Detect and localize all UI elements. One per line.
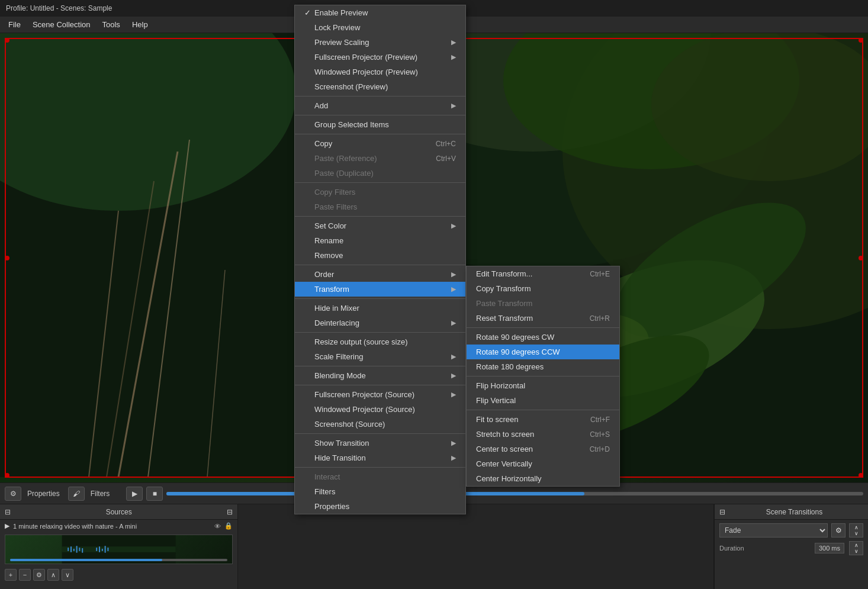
- transition-controls: Fade ⚙ ∧∨ Duration 300 ms ∧∨: [715, 520, 868, 562]
- sources-add-icon: ⊟: [227, 508, 233, 516]
- ctx-scale-filtering[interactable]: ✓Scale Filtering ▶: [295, 349, 465, 364]
- source-down-btn[interactable]: ∨: [62, 569, 73, 581]
- ctx-resize-output[interactable]: ✓Resize output (source size): [295, 334, 465, 349]
- menu-help[interactable]: Help: [126, 18, 154, 31]
- sources-panel: ⊟ Sources ⊟ ▶ 1 minute relaxing video wi…: [0, 504, 238, 589]
- sep-10: [295, 385, 465, 385]
- source-settings-btn[interactable]: ⚙: [33, 569, 45, 581]
- ctx-group-selected[interactable]: ✓Group Selected Items: [295, 117, 465, 132]
- ctx-center-horizontally[interactable]: Center Horizontally: [467, 471, 619, 486]
- source-item[interactable]: ▶ 1 minute relaxing video with nature - …: [0, 520, 237, 532]
- fade-row: Fade ⚙ ∧∨: [719, 523, 863, 537]
- sep-7: [295, 298, 465, 299]
- arrow-icon-4: ▶: [451, 222, 456, 230]
- ctx-hide-in-mixer[interactable]: ✓Hide in Mixer: [295, 301, 465, 316]
- transition-up-btn[interactable]: ∧∨: [849, 523, 863, 537]
- sep-1: [295, 96, 465, 96]
- ctx-hide-transition[interactable]: ✓Hide Transition ▶: [295, 450, 465, 465]
- sep-11: [295, 433, 465, 434]
- source-up-btn[interactable]: ∧: [47, 569, 59, 581]
- panels-row: ⊟ Sources ⊟ ▶ 1 minute relaxing video wi…: [0, 504, 868, 589]
- ctx-copy[interactable]: ✓Copy Ctrl+C: [295, 136, 465, 151]
- svg-rect-22: [79, 548, 80, 551]
- ctx-rotate-90cw[interactable]: Rotate 90 degrees CW: [467, 330, 619, 345]
- ctx-fullscreen-source[interactable]: ✓Fullscreen Projector (Source) ▶: [295, 387, 465, 402]
- sources-dock-icon: ⊟: [5, 508, 11, 516]
- ctx-flip-vertical[interactable]: Flip Vertical: [467, 393, 619, 408]
- ctx-deinterlacing[interactable]: ✓Deinterlacing ▶: [295, 316, 465, 330]
- duration-up-btn[interactable]: ∧∨: [849, 541, 863, 555]
- arrow-icon-11: ▶: [451, 439, 456, 447]
- ctx-rotate-90ccw[interactable]: Rotate 90 degrees CCW: [467, 345, 619, 359]
- transition-gear-btn[interactable]: ⚙: [831, 523, 846, 537]
- ctx-center-to-screen[interactable]: Center to screen Ctrl+D: [467, 442, 619, 456]
- arrow-icon: ▶: [451, 38, 456, 46]
- transform-sep-3: [467, 410, 619, 410]
- ctx-order[interactable]: ✓Order ▶: [295, 267, 465, 282]
- svg-line-6: [107, 181, 154, 477]
- menu-scene-collection[interactable]: Scene Collection: [27, 18, 97, 31]
- svg-rect-18: [67, 548, 69, 551]
- ctx-edit-transform[interactable]: Edit Transform... Ctrl+E: [467, 266, 619, 281]
- ctx-stretch-to-screen[interactable]: Stretch to screen Ctrl+S: [467, 427, 619, 442]
- sources-header: ⊟ Sources ⊟: [0, 504, 237, 520]
- ctx-properties[interactable]: ✓Properties: [295, 499, 465, 514]
- ctx-paste-reference: ✓Paste (Reference) Ctrl+V: [295, 151, 465, 166]
- ctx-filters[interactable]: ✓Filters: [295, 484, 465, 499]
- menu-tools[interactable]: Tools: [97, 18, 126, 31]
- play-button[interactable]: ▶: [126, 487, 143, 501]
- svg-line-5: [148, 140, 189, 477]
- ctx-rename[interactable]: ✓Rename: [295, 233, 465, 248]
- filters-label: Filters: [91, 490, 110, 498]
- duration-value[interactable]: 300 ms: [815, 543, 844, 553]
- ctx-windowed-source[interactable]: ✓Windowed Projector (Source): [295, 402, 465, 417]
- ctx-preview-scaling[interactable]: ✓Preview Scaling ▶: [295, 35, 465, 50]
- ctx-screenshot-preview[interactable]: ✓Screenshot (Preview): [295, 79, 465, 94]
- ctx-transform[interactable]: ✓Transform ▶: [295, 282, 465, 297]
- transitions-title: Scene Transitions: [766, 508, 822, 516]
- transition-type-select[interactable]: Fade: [719, 523, 828, 537]
- ctx-rotate-180[interactable]: Rotate 180 degrees: [467, 359, 619, 374]
- filters-icon[interactable]: 🖌: [68, 487, 85, 501]
- source-add-btn[interactable]: +: [5, 569, 17, 581]
- source-eye-icon[interactable]: 👁: [214, 523, 221, 530]
- ctx-set-color[interactable]: ✓Set Color ▶: [295, 218, 465, 233]
- stop-button[interactable]: ■: [146, 487, 163, 501]
- arrow-icon-10: ▶: [451, 391, 456, 398]
- arrow-icon-7: ▶: [451, 319, 456, 327]
- ctx-interact: ✓Interact: [295, 469, 465, 484]
- ctx-copy-transform[interactable]: Copy Transform: [467, 281, 619, 296]
- sep-4: [295, 182, 465, 183]
- ctx-reset-transform[interactable]: Reset Transform Ctrl+R: [467, 311, 619, 326]
- handle-tr: [859, 38, 863, 43]
- ctx-remove[interactable]: ✓Remove: [295, 248, 465, 263]
- svg-point-1: [0, 33, 296, 211]
- handle-br: [859, 473, 863, 478]
- svg-rect-24: [96, 548, 97, 551]
- ctx-blending-mode[interactable]: ✓Blending Mode ▶: [295, 368, 465, 383]
- main-context-menu: ✓Enable Preview ✓Lock Preview ✓Preview S…: [294, 5, 466, 514]
- arrow-icon-8: ▶: [451, 353, 456, 361]
- source-remove-btn[interactable]: −: [19, 569, 31, 581]
- sources-header-right: ⊟: [227, 508, 233, 516]
- ctx-add[interactable]: ✓Add ▶: [295, 98, 465, 113]
- ctx-enable-preview[interactable]: ✓Enable Preview: [295, 5, 465, 20]
- svg-line-7: [89, 211, 118, 477]
- source-bottom: + − ⚙ ∧ ∨: [0, 567, 237, 583]
- svg-point-14: [503, 33, 799, 169]
- svg-rect-19: [70, 546, 72, 552]
- ctx-center-vertically[interactable]: Center Vertically: [467, 456, 619, 471]
- ctx-fullscreen-preview[interactable]: ✓Fullscreen Projector (Preview) ▶: [295, 50, 465, 65]
- ctx-lock-preview[interactable]: ✓Lock Preview: [295, 20, 465, 35]
- properties-gear-icon[interactable]: ⚙: [5, 487, 21, 501]
- source-lock-icon[interactable]: 🔒: [224, 522, 233, 530]
- menu-file[interactable]: File: [2, 18, 27, 31]
- handle-ml: [5, 256, 9, 260]
- ctx-screenshot-source[interactable]: ✓Screenshot (Source): [295, 417, 465, 432]
- ctx-show-transition[interactable]: ✓Show Transition ▶: [295, 436, 465, 450]
- ctx-fit-to-screen[interactable]: Fit to screen Ctrl+F: [467, 412, 619, 427]
- ctx-windowed-preview[interactable]: ✓Windowed Projector (Preview): [295, 65, 465, 79]
- handle-mr: [859, 256, 863, 260]
- sep-3: [295, 134, 465, 134]
- ctx-flip-horizontal[interactable]: Flip Horizontal: [467, 378, 619, 393]
